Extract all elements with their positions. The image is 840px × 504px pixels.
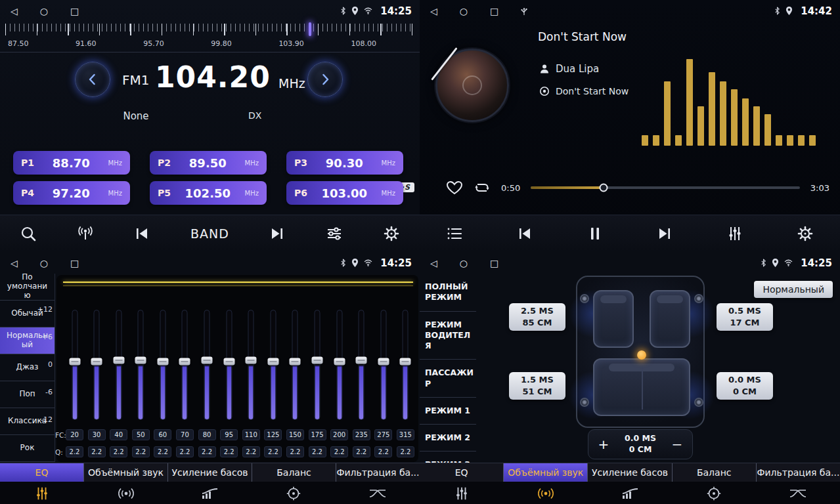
- previous-track-button[interactable]: [516, 225, 533, 242]
- eq-band-thumb[interactable]: [246, 357, 257, 364]
- recents-button[interactable]: □: [490, 7, 498, 16]
- soundfield-mode-item[interactable]: РЕЖИМ 2: [420, 425, 476, 452]
- eq-band-thumb[interactable]: [179, 358, 190, 365]
- eq-band-slider[interactable]: [132, 310, 150, 420]
- tab-surround[interactable]: Объёмный звук: [84, 463, 168, 482]
- back-button[interactable]: ◁: [430, 259, 437, 268]
- tab-bass-boost[interactable]: Усиление басов: [168, 463, 252, 482]
- eq-band-slider[interactable]: [154, 310, 171, 420]
- eq-band-thumb[interactable]: [223, 358, 234, 365]
- audio-settings-button[interactable]: [326, 225, 343, 242]
- favorite-button[interactable]: [446, 180, 463, 196]
- back-button[interactable]: ◁: [430, 7, 437, 16]
- recents-button[interactable]: □: [490, 259, 498, 268]
- surround-tab-icon[interactable]: [504, 482, 588, 504]
- recents-button[interactable]: □: [70, 7, 79, 16]
- eq-band-slider[interactable]: [242, 310, 260, 420]
- soundfield-mode-item[interactable]: РЕЖИМ ВОДИТЕЛЯ: [420, 312, 476, 360]
- progress-slider[interactable]: [531, 186, 800, 189]
- eq-band-thumb[interactable]: [202, 357, 213, 364]
- recents-button[interactable]: □: [70, 259, 79, 268]
- preset-button[interactable]: P6 103.00 MHz: [286, 181, 403, 205]
- tab-surround[interactable]: Объёмный звук: [504, 463, 588, 482]
- passenger-seat[interactable]: [650, 290, 690, 348]
- eq-band-slider[interactable]: [220, 310, 238, 420]
- next-track-button[interactable]: [656, 225, 673, 242]
- eq-band-slider[interactable]: [397, 310, 414, 420]
- eq-band-thumb[interactable]: [334, 358, 345, 365]
- home-button[interactable]: ○: [40, 7, 48, 16]
- back-button[interactable]: ◁: [11, 7, 18, 16]
- playlist-button[interactable]: [446, 225, 463, 242]
- balance-tab-icon[interactable]: [672, 482, 756, 504]
- frequency-scale[interactable]: 87.5091.6095.7099.80103.90108.00: [0, 22, 420, 52]
- eq-band-slider[interactable]: [264, 310, 282, 420]
- delay-front-left[interactable]: 2.5 MS85 CM: [509, 303, 565, 331]
- preset-button[interactable]: P2 89.50 MHz: [150, 151, 267, 175]
- balance-tab-icon[interactable]: [252, 482, 336, 504]
- eq-band-thumb[interactable]: [267, 358, 278, 365]
- delay-increase-button[interactable]: +: [591, 433, 616, 455]
- filter-tab-icon[interactable]: [756, 482, 840, 504]
- eq-band-slider[interactable]: [110, 310, 127, 420]
- preset-button[interactable]: P3 90.30 MHz: [286, 151, 403, 175]
- eq-tab-icon[interactable]: [420, 482, 504, 504]
- tab-bass-boost[interactable]: Усиление басов: [588, 463, 672, 482]
- home-button[interactable]: ○: [460, 259, 468, 268]
- delay-rear-right[interactable]: 0.0 MS0 CM: [717, 372, 773, 400]
- band-button[interactable]: BAND: [190, 226, 229, 241]
- progress-thumb[interactable]: [599, 184, 608, 192]
- eq-tab-icon[interactable]: [0, 482, 84, 504]
- eq-band-thumb[interactable]: [290, 358, 301, 365]
- eq-band-slider[interactable]: [286, 310, 304, 420]
- eq-band-thumb[interactable]: [135, 357, 146, 364]
- delay-rear-left[interactable]: 1.5 MS51 CM: [509, 372, 565, 400]
- soundfield-mode-item[interactable]: ПОЛНЫЙ РЕЖИМ: [420, 274, 476, 312]
- repeat-button[interactable]: [474, 180, 491, 195]
- home-button[interactable]: ○: [460, 7, 468, 16]
- tune-down-button[interactable]: [75, 62, 110, 97]
- settings-button[interactable]: [797, 225, 814, 242]
- surround-tab-icon[interactable]: [84, 482, 168, 504]
- normal-mode-button[interactable]: Нормальный: [754, 281, 833, 298]
- eq-band-slider[interactable]: [176, 310, 194, 420]
- bass-boost-tab-icon[interactable]: [588, 482, 672, 504]
- eq-band-slider[interactable]: [309, 310, 326, 420]
- tab-balance[interactable]: Баланс: [252, 463, 336, 482]
- eq-band-slider[interactable]: [374, 310, 392, 420]
- eq-band-slider[interactable]: [330, 310, 348, 420]
- delay-decrease-button[interactable]: −: [665, 433, 690, 455]
- eq-band-thumb[interactable]: [400, 358, 411, 365]
- listening-position-dot[interactable]: [637, 350, 646, 360]
- tab-eq[interactable]: EQ: [420, 463, 504, 482]
- soundfield-mode-item[interactable]: РЕЖИМ 1: [420, 398, 476, 425]
- mixer-button[interactable]: [726, 225, 743, 242]
- tab-eq[interactable]: EQ: [0, 463, 84, 482]
- eq-band-thumb[interactable]: [356, 357, 367, 364]
- tab-filter[interactable]: Фильтрация ба...: [757, 463, 840, 482]
- eq-band-slider[interactable]: [353, 310, 370, 420]
- driver-seat[interactable]: [593, 290, 634, 348]
- bass-boost-tab-icon[interactable]: [168, 482, 252, 504]
- eq-band-slider[interactable]: [198, 310, 216, 420]
- scan-stations-button[interactable]: [77, 225, 94, 242]
- pause-button[interactable]: [586, 225, 604, 242]
- seek-button[interactable]: [20, 225, 37, 242]
- prev-station-button[interactable]: [133, 225, 150, 242]
- preset-button[interactable]: P1 88.70 MHz: [13, 151, 130, 175]
- eq-band-slider[interactable]: [88, 310, 106, 420]
- settings-button[interactable]: [383, 225, 400, 242]
- rear-bench-seat[interactable]: [593, 358, 690, 416]
- eq-band-slider[interactable]: [66, 310, 83, 420]
- tab-balance[interactable]: Баланс: [673, 463, 757, 482]
- tab-filter[interactable]: Фильтрация ба...: [336, 463, 420, 482]
- preset-button[interactable]: P5 102.50 MHz: [150, 181, 267, 205]
- eq-band-thumb[interactable]: [312, 357, 323, 364]
- eq-band-thumb[interactable]: [157, 358, 168, 365]
- soundfield-mode-item[interactable]: ПАССАЖИР: [420, 360, 476, 398]
- tune-up-button[interactable]: [307, 62, 343, 97]
- eq-band-thumb[interactable]: [69, 358, 80, 365]
- preset-button[interactable]: P4 97.20 MHz: [13, 181, 130, 205]
- eq-band-thumb[interactable]: [91, 358, 102, 365]
- back-button[interactable]: ◁: [11, 259, 18, 268]
